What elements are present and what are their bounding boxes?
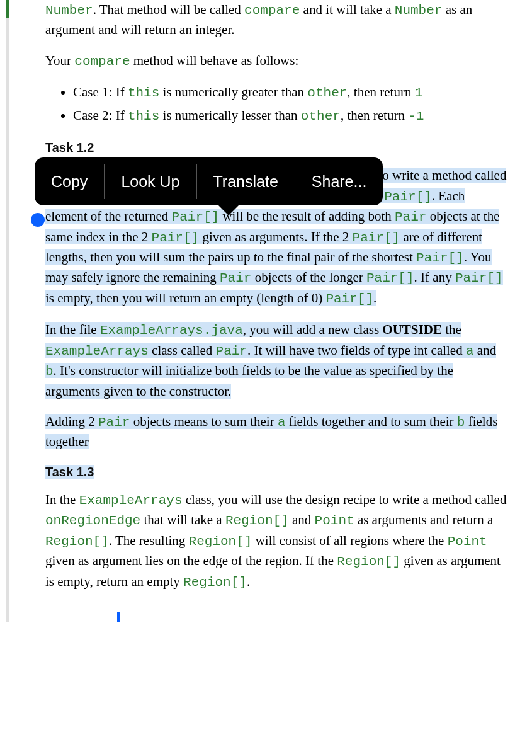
code-number-arg: Number (395, 3, 443, 18)
context-menu-share[interactable]: Share... (295, 158, 383, 205)
task-1-2-p3: Adding 2 Pair objects means to sum their… (45, 412, 508, 452)
case-2: Case 2: If this is numerically lesser th… (73, 106, 508, 126)
intro-paragraph-2: Your compare method will behave as follo… (45, 51, 508, 71)
context-menu-arrow-icon (217, 204, 240, 215)
document-page: Number. That method will be called compa… (6, 0, 532, 622)
border-accent (6, 0, 9, 18)
context-menu: Copy Look Up Translate Share... (35, 158, 383, 205)
context-menu-translate[interactable]: Translate (197, 158, 295, 205)
task-1-2-p2: In the file ExampleArrays.java, you will… (45, 320, 508, 401)
task-1-3-p1: In the ExampleArrays class, you will use… (45, 490, 508, 592)
selection-handle-end[interactable] (117, 612, 120, 622)
case-1: Case 1: If this is numerically greater t… (73, 83, 508, 103)
context-menu-copy[interactable]: Copy (35, 158, 104, 205)
context-menu-lookup[interactable]: Look Up (105, 158, 196, 205)
task-1-2-heading: Task 1.2 (45, 139, 508, 157)
code-compare-2: compare (74, 54, 130, 69)
intro-paragraph-1: Number. That method will be called compa… (45, 0, 508, 40)
selection-handle-start[interactable] (31, 213, 45, 227)
code-compare: compare (244, 3, 300, 18)
cases-list: Case 1: If this is numerically greater t… (45, 83, 508, 126)
task-1-3-heading: Task 1.3 (45, 463, 508, 481)
code-number: Number (45, 3, 93, 18)
